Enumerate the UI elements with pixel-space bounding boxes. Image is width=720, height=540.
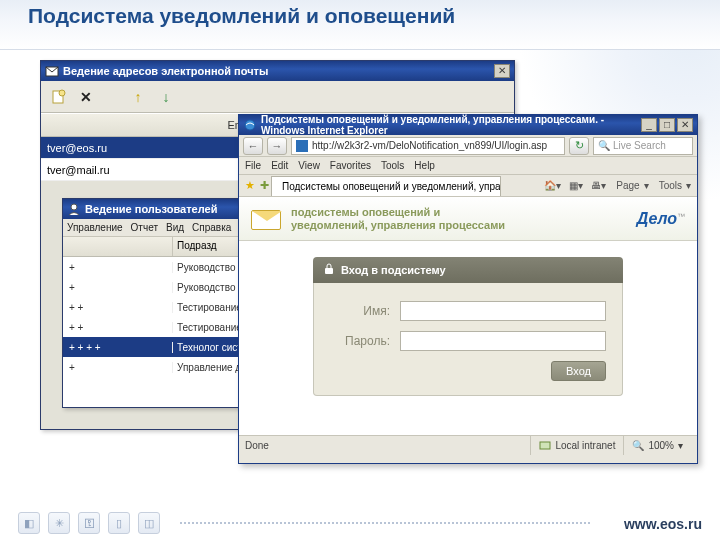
cell: + bbox=[63, 282, 173, 293]
site-favicon bbox=[296, 140, 308, 152]
svg-point-3 bbox=[71, 204, 77, 210]
new-icon[interactable] bbox=[49, 88, 67, 106]
slide-title-banner: Подсистема уведомлений и оповещений bbox=[0, 0, 720, 50]
ie-statusbar: Done Local intranet 🔍 100% ▾ bbox=[239, 435, 697, 455]
ie-icon bbox=[243, 118, 257, 132]
mail-icon bbox=[251, 208, 281, 230]
login-panel: Вход в подсистему Имя: Пароль: Вход bbox=[313, 257, 623, 396]
refresh-button[interactable]: ↻ bbox=[569, 137, 589, 155]
footer-site: www.eos.ru bbox=[624, 516, 702, 532]
cell: + + bbox=[63, 322, 173, 333]
footer-icon: ◧ bbox=[18, 512, 40, 534]
close-button[interactable]: ✕ bbox=[494, 64, 510, 78]
cell: + + + + bbox=[63, 342, 173, 353]
brand-name: Дело bbox=[637, 210, 677, 227]
brand-logo: Дело™ bbox=[637, 210, 685, 228]
print-icon[interactable]: 🖶▾ bbox=[589, 180, 608, 191]
footer-icons: ◧ ✳ ⚿ ▯ ◫ bbox=[18, 512, 160, 534]
app-header: подсистемы оповещений и уведомлений, упр… bbox=[239, 197, 697, 241]
cell: + bbox=[63, 362, 173, 373]
svg-rect-5 bbox=[325, 268, 333, 274]
login-button[interactable]: Вход bbox=[551, 361, 606, 381]
arrow-up-icon[interactable]: ↑ bbox=[129, 88, 147, 106]
menu-item[interactable]: File bbox=[245, 160, 261, 171]
delete-icon[interactable]: ✕ bbox=[77, 88, 95, 106]
ie-toolbar-right: 🏠▾ ▦▾ 🖶▾ Page▾ Tools▾ bbox=[542, 180, 693, 191]
url-field[interactable]: http://w2k3r2-vm/DeloNotification_vn899/… bbox=[291, 137, 565, 155]
search-placeholder: Live Search bbox=[613, 140, 666, 151]
menu-item[interactable]: Help bbox=[414, 160, 435, 171]
menu-item[interactable]: Отчет bbox=[131, 222, 158, 233]
email-window-title: Ведение адресов электронной почты bbox=[63, 65, 492, 77]
back-button[interactable]: ← bbox=[243, 137, 263, 155]
app-icon bbox=[67, 202, 81, 216]
search-field[interactable]: 🔍 Live Search bbox=[593, 137, 693, 155]
svg-point-2 bbox=[59, 90, 65, 96]
col-header[interactable] bbox=[63, 237, 173, 256]
close-button[interactable]: ✕ bbox=[677, 118, 693, 132]
login-title: Вход в подсистему bbox=[341, 264, 446, 276]
arrow-down-icon[interactable]: ↓ bbox=[157, 88, 175, 106]
app-header-text: подсистемы оповещений и уведомлений, упр… bbox=[291, 206, 505, 231]
cell: + bbox=[63, 262, 173, 273]
tools-menu[interactable]: Tools▾ bbox=[655, 180, 693, 191]
footer-icon: ⚿ bbox=[78, 512, 100, 534]
menu-item[interactable]: Справка bbox=[192, 222, 231, 233]
footer-icon: ✳ bbox=[48, 512, 70, 534]
email-window-titlebar[interactable]: Ведение адресов электронной почты ✕ bbox=[41, 61, 514, 81]
tab-label: Подсистемы оповещений и уведомлений, упр… bbox=[282, 181, 501, 192]
footer-icon: ◫ bbox=[138, 512, 160, 534]
status-zoom[interactable]: 🔍 100% ▾ bbox=[623, 436, 691, 455]
menu-item[interactable]: View bbox=[298, 160, 320, 171]
app-icon bbox=[45, 64, 59, 78]
footer-icon: ▯ bbox=[108, 512, 130, 534]
zoom-icon: 🔍 bbox=[632, 440, 644, 451]
tm-symbol: ™ bbox=[677, 212, 685, 221]
menu-item[interactable]: Вид bbox=[166, 222, 184, 233]
status-done: Done bbox=[245, 440, 530, 451]
add-favorite-icon[interactable]: ✚ bbox=[257, 179, 271, 193]
ie-tabbar: ★ ✚ Подсистемы оповещений и уведомлений,… bbox=[239, 175, 697, 197]
menu-item[interactable]: Tools bbox=[381, 160, 404, 171]
ie-addressbar: ← → http://w2k3r2-vm/DeloNotification_vn… bbox=[239, 135, 697, 157]
page-menu[interactable]: Page▾ bbox=[612, 180, 650, 191]
home-icon[interactable]: 🏠▾ bbox=[542, 180, 563, 191]
status-zone: Local intranet bbox=[530, 436, 623, 455]
ie-title: Подсистемы оповещений и уведомлений, упр… bbox=[261, 114, 639, 136]
name-input[interactable] bbox=[400, 301, 606, 321]
search-icon: 🔍 bbox=[598, 140, 610, 151]
ie-window: Подсистемы оповещений и уведомлений, упр… bbox=[238, 114, 698, 464]
forward-button[interactable]: → bbox=[267, 137, 287, 155]
slide-title: Подсистема уведомлений и оповещений bbox=[28, 4, 692, 27]
lock-icon bbox=[323, 263, 335, 277]
url-text: http://w2k3r2-vm/DeloNotification_vn899/… bbox=[312, 140, 547, 151]
browser-tab[interactable]: Подсистемы оповещений и уведомлений, упр… bbox=[271, 176, 501, 196]
menu-item[interactable]: Edit bbox=[271, 160, 288, 171]
cell: + + bbox=[63, 302, 173, 313]
menu-item[interactable]: Управление bbox=[67, 222, 123, 233]
maximize-button[interactable]: □ bbox=[659, 118, 675, 132]
footer-divider bbox=[180, 522, 590, 524]
login-panel-header: Вход в подсистему bbox=[313, 257, 623, 283]
ie-page-content: подсистемы оповещений и уведомлений, упр… bbox=[239, 197, 697, 435]
email-window-toolbar: ✕ ↑ ↓ bbox=[41, 81, 514, 113]
password-input[interactable] bbox=[400, 331, 606, 351]
ie-menubar: File Edit View Favorites Tools Help bbox=[239, 157, 697, 175]
password-label: Пароль: bbox=[330, 334, 400, 348]
name-label: Имя: bbox=[330, 304, 400, 318]
ie-titlebar[interactable]: Подсистемы оповещений и уведомлений, упр… bbox=[239, 115, 697, 135]
favorites-icon[interactable]: ★ bbox=[243, 179, 257, 193]
menu-item[interactable]: Favorites bbox=[330, 160, 371, 171]
svg-rect-6 bbox=[540, 442, 550, 449]
feeds-icon[interactable]: ▦▾ bbox=[567, 180, 585, 191]
intranet-icon bbox=[539, 439, 551, 453]
minimize-button[interactable]: _ bbox=[641, 118, 657, 132]
